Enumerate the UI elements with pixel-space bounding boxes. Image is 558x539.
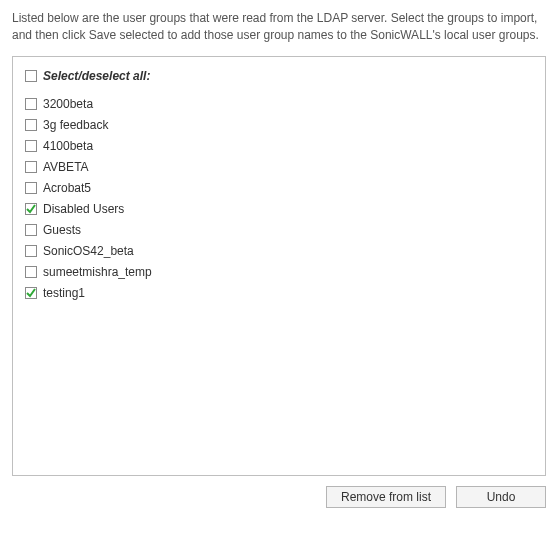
- group-checkbox[interactable]: [25, 140, 37, 152]
- group-label: 3200beta: [43, 97, 93, 111]
- remove-from-list-button[interactable]: Remove from list: [326, 486, 446, 508]
- group-row: AVBETA: [25, 158, 533, 176]
- group-label: sumeetmishra_temp: [43, 265, 152, 279]
- group-checkbox[interactable]: [25, 203, 37, 215]
- group-label: 4100beta: [43, 139, 93, 153]
- group-label: AVBETA: [43, 160, 89, 174]
- group-checkbox[interactable]: [25, 224, 37, 236]
- group-checkbox[interactable]: [25, 182, 37, 194]
- select-all-row: Select/deselect all:: [25, 67, 533, 85]
- group-label: 3g feedback: [43, 118, 108, 132]
- group-label: Acrobat5: [43, 181, 91, 195]
- group-label: Guests: [43, 223, 81, 237]
- select-all-checkbox[interactable]: [25, 70, 37, 82]
- group-checkbox[interactable]: [25, 98, 37, 110]
- group-checkbox[interactable]: [25, 266, 37, 278]
- undo-button[interactable]: Undo: [456, 486, 546, 508]
- group-list-panel: Select/deselect all: 3200beta3g feedback…: [12, 56, 546, 476]
- group-label: SonicOS42_beta: [43, 244, 134, 258]
- group-row: 3g feedback: [25, 116, 533, 134]
- group-checkbox[interactable]: [25, 287, 37, 299]
- group-row: Guests: [25, 221, 533, 239]
- intro-text: Listed below are the user groups that we…: [12, 10, 546, 44]
- select-all-label: Select/deselect all:: [43, 69, 150, 83]
- group-row: 3200beta: [25, 95, 533, 113]
- group-row: Disabled Users: [25, 200, 533, 218]
- group-label: Disabled Users: [43, 202, 124, 216]
- button-bar: Remove from list Undo: [12, 486, 546, 508]
- group-row: 4100beta: [25, 137, 533, 155]
- group-row: Acrobat5: [25, 179, 533, 197]
- group-row: testing1: [25, 284, 533, 302]
- group-checkbox[interactable]: [25, 119, 37, 131]
- group-label: testing1: [43, 286, 85, 300]
- group-row: sumeetmishra_temp: [25, 263, 533, 281]
- group-checkbox[interactable]: [25, 161, 37, 173]
- group-row: SonicOS42_beta: [25, 242, 533, 260]
- group-checkbox[interactable]: [25, 245, 37, 257]
